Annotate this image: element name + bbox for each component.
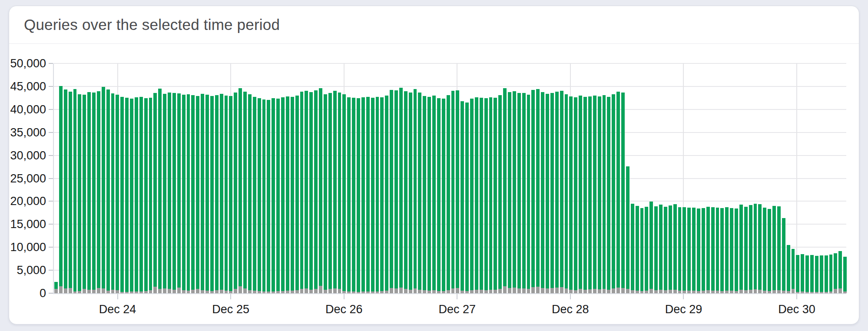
bar[interactable] [158,63,162,293]
bar[interactable] [527,63,530,293]
bar[interactable] [682,63,686,293]
bar[interactable] [342,63,346,293]
bar[interactable] [451,63,455,293]
bar[interactable] [409,63,412,293]
bar[interactable] [555,63,559,293]
bar[interactable] [480,63,483,293]
bar[interactable] [758,63,762,293]
bar[interactable] [196,63,199,293]
bar[interactable] [517,63,521,293]
bar[interactable] [720,63,724,293]
bar[interactable] [423,63,426,293]
bar[interactable] [144,63,148,293]
bar[interactable] [73,63,77,293]
bar[interactable] [843,63,847,293]
bar[interactable] [414,63,417,293]
bar[interactable] [352,63,355,293]
bars-container[interactable] [54,63,846,293]
bar[interactable] [215,63,219,293]
bar[interactable] [234,63,237,293]
bar[interactable] [465,63,469,293]
bar[interactable] [815,63,818,293]
bar[interactable] [470,63,474,293]
bar[interactable] [513,63,516,293]
bar[interactable] [475,63,478,293]
bar[interactable] [508,63,511,293]
bar[interactable] [248,63,252,293]
bar[interactable] [669,63,672,293]
bar[interactable] [603,63,606,293]
bar[interactable] [787,63,790,293]
bar[interactable] [744,63,748,293]
bar[interactable] [598,63,601,293]
bar[interactable] [380,63,384,293]
bar[interactable] [97,63,100,293]
bar[interactable] [612,63,615,293]
bar[interactable] [328,63,332,293]
bar[interactable] [239,63,242,293]
bar[interactable] [792,63,795,293]
bar[interactable] [725,63,729,293]
bar[interactable] [838,63,842,293]
bar[interactable] [503,63,507,293]
bar[interactable] [361,63,365,293]
bar[interactable] [763,63,766,293]
bar[interactable] [366,63,370,293]
bar[interactable] [636,63,639,293]
bar[interactable] [673,63,677,293]
bar[interactable] [702,63,705,293]
bar[interactable] [739,63,743,293]
bar[interactable] [64,63,67,293]
bar[interactable] [376,63,379,293]
bar[interactable] [494,63,497,293]
bar[interactable] [153,63,157,293]
bar[interactable] [730,63,733,293]
bar[interactable] [834,63,837,293]
bar[interactable] [593,63,596,293]
bar[interactable] [782,63,785,293]
bar[interactable] [135,63,138,293]
bar[interactable] [295,63,299,293]
bar[interactable] [111,63,115,293]
bar[interactable] [796,63,799,293]
bar[interactable] [191,63,195,293]
bar[interactable] [54,63,58,293]
bar[interactable] [220,63,223,293]
bar[interactable] [286,63,289,293]
bar[interactable] [149,63,152,293]
bar[interactable] [187,63,190,293]
bar[interactable] [125,63,129,293]
bar[interactable] [754,63,757,293]
bar[interactable] [427,63,431,293]
bar[interactable] [621,63,625,293]
bar[interactable] [432,63,436,293]
bar[interactable] [541,63,544,293]
bar[interactable] [522,63,526,293]
bar[interactable] [394,63,398,293]
bar[interactable] [825,63,828,293]
bar[interactable] [437,63,441,293]
bar[interactable] [649,63,653,293]
bar[interactable] [706,63,710,293]
bar[interactable] [697,63,700,293]
bar[interactable] [305,63,308,293]
bar[interactable] [687,63,691,293]
bar[interactable] [820,63,823,293]
bar[interactable] [550,63,554,293]
bar[interactable] [626,63,629,293]
bar[interactable] [272,63,275,293]
bar[interactable] [205,63,209,293]
bar[interactable] [78,63,81,293]
bar[interactable] [357,63,360,293]
bar[interactable] [390,63,393,293]
bar[interactable] [772,63,776,293]
bar[interactable] [102,63,105,293]
bar[interactable] [616,63,620,293]
bar[interactable] [371,63,374,293]
bar[interactable] [106,63,110,293]
bar[interactable] [777,63,781,293]
bar[interactable] [801,63,804,293]
bar[interactable] [810,63,814,293]
bar[interactable] [309,63,313,293]
bar[interactable] [262,63,266,293]
